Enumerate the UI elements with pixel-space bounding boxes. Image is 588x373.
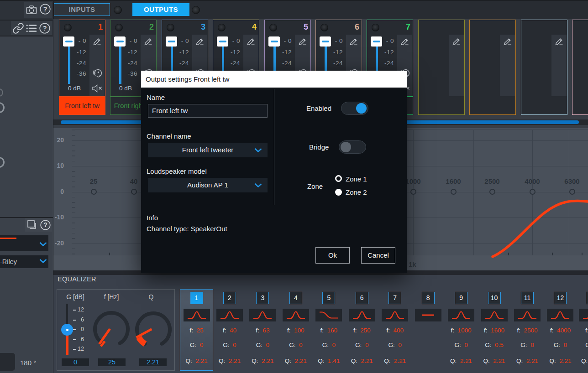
svg-text:?: ? (43, 221, 47, 228)
svg-text:?: ? (43, 5, 47, 13)
svg-text:?: ? (42, 25, 47, 32)
